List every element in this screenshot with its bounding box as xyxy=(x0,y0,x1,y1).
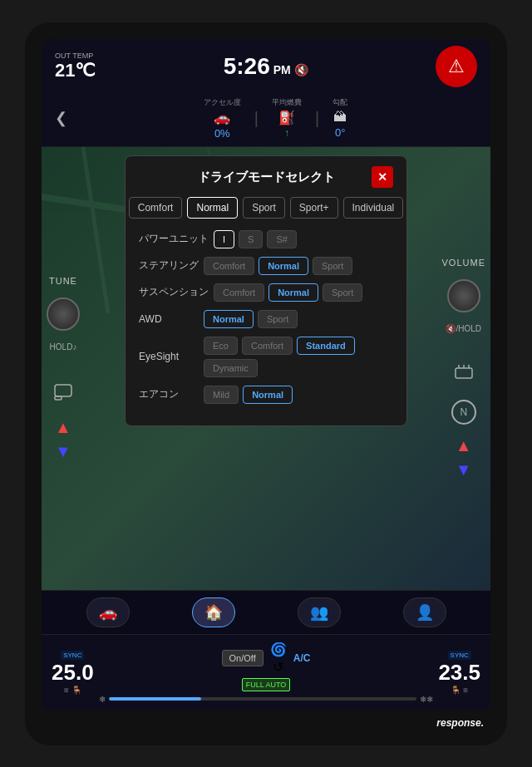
steering-opt-sport[interactable]: Sport xyxy=(313,257,352,275)
power-opt-S[interactable]: S xyxy=(239,230,263,248)
setting-row-power: パワーユニット I S S# xyxy=(139,230,393,248)
eyesight-opt-eco[interactable]: Eco xyxy=(204,337,238,355)
auto-row: FULL AUTO xyxy=(242,678,291,691)
defrost-icon[interactable] xyxy=(452,361,475,388)
mode-btn-sport-plus[interactable]: Sport+ xyxy=(290,197,338,219)
modal-close-button[interactable]: ✕ xyxy=(372,166,393,188)
left-temp-value: 25.0 xyxy=(52,660,94,686)
map-area: TUNE HOLD♪ ▲ ▼ VOLUME 🔇/HOLD N xyxy=(42,147,490,590)
ac-label: エアコン xyxy=(139,387,199,401)
climate-bar: SYNC 25.0 ≡ 🪑 On/Off 🌀 ↺ A/C xyxy=(42,634,490,710)
info-bar: ❮ アクセル度 🚗 0% | 平均燃費 ⛽ ↑ | 勾配 🏔 0° xyxy=(42,94,490,147)
nfc-icon: N xyxy=(451,400,476,425)
mode-btn-sport[interactable]: Sport xyxy=(243,197,285,219)
steering-opt-comfort[interactable]: Comfort xyxy=(204,257,254,275)
power-opt-Sh[interactable]: S# xyxy=(267,230,296,248)
seat-heat-right[interactable]: ≡ xyxy=(463,686,468,695)
ac-button[interactable]: A/C xyxy=(293,652,311,664)
right-up-arrow[interactable]: ▲ xyxy=(456,436,472,455)
divider1: | xyxy=(254,109,259,128)
fan-speed-bar[interactable] xyxy=(109,697,417,701)
left-arrows: ▲ ▼ xyxy=(55,418,71,461)
fan-high-icon: ❄❄ xyxy=(420,695,433,704)
fuel-icon: ↑ xyxy=(284,127,289,139)
mode-btn-normal[interactable]: Normal xyxy=(187,197,238,219)
eyesight-opt-dynamic[interactable]: Dynamic xyxy=(204,359,258,377)
eyesight-opt-standard[interactable]: Standard xyxy=(297,337,355,355)
left-seat-icons: ≡ 🪑 xyxy=(64,686,81,695)
eyesight-opt-comfort[interactable]: Comfort xyxy=(242,337,293,355)
mode-btn-comfort[interactable]: Comfort xyxy=(129,197,183,219)
slope-val: 0° xyxy=(335,126,345,139)
right-seat-icons: 🪑 ≡ xyxy=(451,686,468,695)
power-opt-I[interactable]: I xyxy=(214,230,234,248)
recirculate-icon[interactable]: ↺ xyxy=(273,659,283,675)
right-temp-value: 23.5 xyxy=(438,660,480,686)
steering-label: ステアリング xyxy=(139,258,199,273)
onoff-button[interactable]: On/Off xyxy=(222,650,264,666)
right-sync-label: SYNC xyxy=(448,651,471,660)
suspension-opt-sport[interactable]: Sport xyxy=(323,283,362,302)
out-temp-label: OUT TEMP xyxy=(55,52,96,60)
steering-opt-normal[interactable]: Normal xyxy=(259,257,308,275)
nav-btn-home[interactable]: 🏠 xyxy=(192,597,235,627)
time-value: 5:26 xyxy=(224,53,270,80)
fan-control: ❄ ❄❄ xyxy=(99,695,434,704)
slope-label: 勾配 xyxy=(332,97,347,108)
mode-btn-individual[interactable]: Individual xyxy=(343,197,404,219)
awd-options: Normal Sport xyxy=(204,310,298,328)
left-down-arrow[interactable]: ▼ xyxy=(55,442,71,461)
status-bar: OUT TEMP 21℃ 5:26 PM 🔇 ⚠ xyxy=(42,39,490,94)
left-up-arrow[interactable]: ▲ xyxy=(55,418,71,437)
ampm-label: PM xyxy=(273,63,291,76)
right-side-controls: VOLUME 🔇/HOLD N ▲ ▼ xyxy=(437,147,490,590)
setting-row-ac: エアコン Mild Normal xyxy=(139,386,393,404)
seat-heat-left[interactable]: ≡ xyxy=(64,686,69,695)
ac-options: Mild Normal xyxy=(204,386,293,404)
setting-row-eyesight: EyeSight Eco Comfort Standard Dynamic xyxy=(139,337,393,377)
suspension-opt-comfort[interactable]: Comfort xyxy=(214,283,264,302)
accel-val: 0% xyxy=(214,127,230,140)
suspension-opt-normal[interactable]: Normal xyxy=(268,283,318,302)
branding-bar: response. xyxy=(42,717,490,729)
main-screen: OUT TEMP 21℃ 5:26 PM 🔇 ⚠ ❮ アクセル度 🚗 0% | xyxy=(42,39,490,710)
left-side-controls: TUNE HOLD♪ ▲ ▼ xyxy=(42,147,85,590)
mode-buttons-row: Comfort Normal Sport Sport+ Individual xyxy=(139,197,393,219)
suspension-options: Comfort Normal Sport xyxy=(214,283,362,302)
temperature-display: OUT TEMP 21℃ xyxy=(55,52,96,81)
svg-line-1 xyxy=(83,147,108,313)
ac-opt-mild[interactable]: Mild xyxy=(204,386,239,404)
seat-heat-icon[interactable] xyxy=(52,380,75,406)
svg-rect-6 xyxy=(55,385,71,396)
nav-btn-car[interactable]: 🚗 xyxy=(86,597,130,627)
slope-info: 勾配 🏔 0° xyxy=(332,97,347,139)
tune-label: TUNE xyxy=(49,276,77,286)
right-down-arrow[interactable]: ▼ xyxy=(456,460,472,479)
nav-btn-group[interactable]: 👥 xyxy=(298,597,341,627)
hold-label: HOLD♪ xyxy=(50,342,77,352)
fan-icon: 🌀 xyxy=(270,642,287,657)
svg-rect-8 xyxy=(456,368,472,378)
awd-opt-normal[interactable]: Normal xyxy=(204,310,254,328)
tune-knob[interactable] xyxy=(47,297,80,331)
steering-options: Comfort Normal Sport xyxy=(204,257,352,275)
bottom-nav: 🚗 🏠 👥 👤 xyxy=(42,590,490,634)
fan-low-icon: ❄ xyxy=(99,695,106,704)
auto-label: FULL AUTO xyxy=(242,678,291,691)
awd-opt-sport[interactable]: Sport xyxy=(258,310,298,328)
suspension-label: サスペンション xyxy=(139,285,209,299)
ac-opt-normal[interactable]: Normal xyxy=(243,386,293,404)
eyesight-options: Eco Comfort Standard Dynamic xyxy=(204,337,393,377)
setting-row-suspension: サスペンション Comfort Normal Sport xyxy=(139,283,393,302)
awd-label: AWD xyxy=(139,313,199,325)
volume-label: VOLUME xyxy=(442,258,485,268)
power-label: パワーユニット xyxy=(139,232,209,246)
right-arrows: ▲ ▼ xyxy=(456,436,472,479)
volume-knob[interactable] xyxy=(447,279,480,312)
setting-row-steering: ステアリング Comfort Normal Sport xyxy=(139,257,393,275)
nav-back-arrow[interactable]: ❮ xyxy=(55,109,67,127)
nav-btn-person[interactable]: 👤 xyxy=(403,597,446,627)
response-logo: response. xyxy=(436,717,484,729)
accel-label: アクセル度 xyxy=(204,97,241,108)
alert-button[interactable]: ⚠ xyxy=(436,46,477,87)
